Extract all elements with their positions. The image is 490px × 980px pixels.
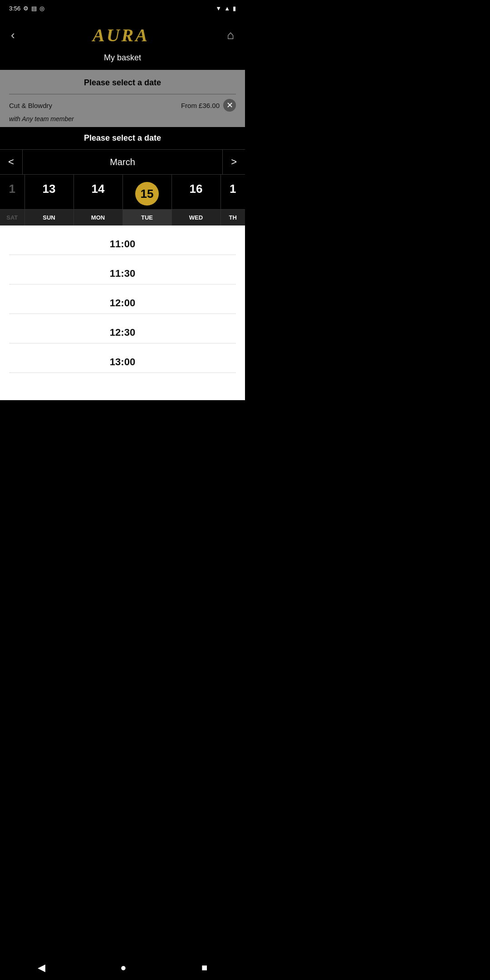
divider	[9, 94, 236, 94]
my-basket-section: My basket	[0, 50, 245, 70]
remove-service-button[interactable]: ✕	[223, 99, 236, 112]
time-slot-1100[interactable]: 11:00	[0, 225, 245, 255]
date-panel: Please select a date < March > 1 13 14 1…	[0, 127, 245, 225]
time-label-1200: 12:00	[110, 297, 135, 309]
time-label-1300: 13:00	[110, 356, 135, 368]
day-col-17-partial[interactable]: 1	[221, 175, 245, 209]
select-date-gray-title: Please select a date	[9, 78, 236, 88]
app-logo: AURA	[93, 24, 149, 46]
time-slot-1300[interactable]: 13:00	[0, 343, 245, 372]
dayname-sat-partial: SAT	[0, 210, 25, 225]
status-bar: 3:56 ⚙ ▤ ◎ ▼ ▲ ▮	[0, 0, 245, 16]
service-name: Cut & Blowdry	[9, 102, 52, 109]
select-date-gray-section: Please select a date Cut & Blowdry From …	[0, 70, 245, 127]
dayname-tue: TUE	[123, 210, 172, 225]
service-price: From £36.00	[181, 102, 220, 109]
dayname-mon: MON	[74, 210, 123, 225]
time-slot-1230[interactable]: 12:30	[0, 314, 245, 343]
day-col-15[interactable]: 15	[123, 175, 172, 209]
time-slots-section: 11:00 11:30 12:00 12:30 13:00	[0, 225, 245, 400]
dayname-thu-partial: TH	[221, 210, 245, 225]
month-navigation: < March >	[0, 149, 245, 175]
prev-month-button[interactable]: <	[0, 150, 23, 174]
my-basket-title: My basket	[104, 53, 141, 62]
date-panel-header: Please select a date	[0, 127, 245, 149]
notification-icon: ◎	[39, 5, 44, 12]
app-header: ‹ AURA ⌂	[0, 16, 245, 50]
signal-icon: ▲	[224, 5, 230, 12]
with-member-label: with Any team member	[9, 115, 236, 127]
month-label: March	[23, 151, 222, 174]
dayname-sun: SUN	[25, 210, 74, 225]
daynames-row: SAT SUN MON TUE WED TH	[0, 210, 245, 225]
day-col-16[interactable]: 16	[172, 175, 221, 209]
dayname-wed: WED	[172, 210, 221, 225]
time-slot-1130[interactable]: 11:30	[0, 255, 245, 284]
bottom-spacer	[0, 373, 245, 400]
next-month-button[interactable]: >	[222, 150, 245, 174]
time-label-1130: 11:30	[110, 268, 135, 279]
status-time: 3:56	[9, 5, 20, 12]
days-row: 1 13 14 15 16 1	[0, 175, 245, 210]
settings-icon: ⚙	[23, 5, 29, 12]
battery-icon: ▮	[233, 5, 236, 12]
day-col-sat-partial[interactable]: 1	[0, 175, 25, 209]
wifi-icon: ▼	[216, 5, 221, 12]
time-label-1230: 12:30	[110, 327, 135, 338]
day-col-13[interactable]: 13	[25, 175, 74, 209]
sim-icon: ▤	[31, 5, 37, 12]
time-label-1100: 11:00	[110, 238, 135, 250]
back-button[interactable]: ‹	[11, 28, 15, 42]
day-col-14[interactable]: 14	[74, 175, 123, 209]
service-row: Cut & Blowdry From £36.00 ✕	[9, 99, 236, 115]
time-slot-1200[interactable]: 12:00	[0, 284, 245, 314]
home-button[interactable]: ⌂	[227, 28, 234, 42]
